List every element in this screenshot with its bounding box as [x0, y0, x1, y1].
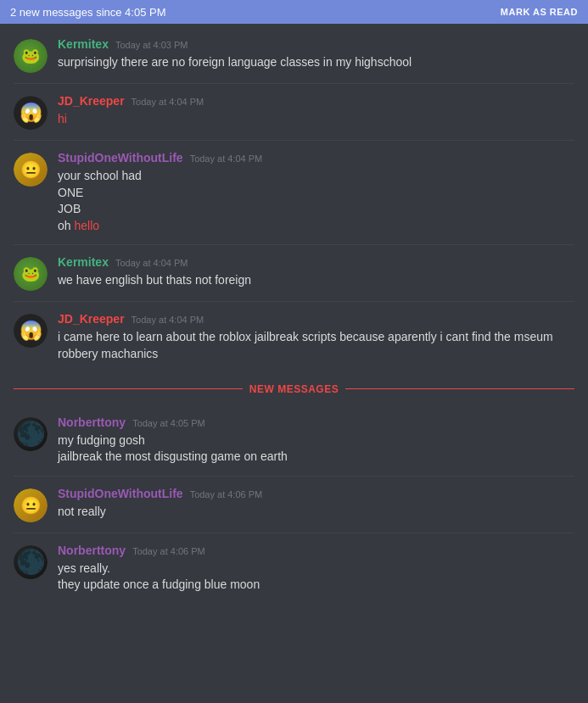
message-header: Norberttony Today at 4:06 PM	[58, 544, 574, 557]
message-group: 🌑 Norberttony Today at 4:05 PM my fudgin…	[0, 409, 588, 472]
notification-text: 2 new messages since 4:05 PM	[10, 6, 166, 19]
divider	[14, 476, 574, 477]
timestamp: Today at 4:04 PM	[115, 258, 188, 268]
messages-container: 🐸 Kermitex Today at 4:03 PM surprisingly…	[0, 24, 588, 609]
username: JD_Kreeper	[58, 312, 125, 326]
avatar: 😐	[14, 488, 48, 522]
avatar: 🌑	[14, 545, 48, 579]
red-text: hi	[58, 112, 67, 126]
mark-as-read-button[interactable]: MARK AS READ	[501, 7, 578, 17]
message-text: your school had ONE JOB oh hello	[58, 168, 574, 234]
message-text: not really	[58, 504, 574, 521]
username: JD_Kreeper	[58, 94, 125, 108]
avatar: 😱	[14, 314, 48, 348]
timestamp: Today at 4:04 PM	[190, 153, 263, 164]
message-group: 🐸 Kermitex Today at 4:03 PM surprisingly…	[0, 31, 588, 80]
message-text: surprisingly there are no foreign langua…	[58, 54, 574, 71]
message-group: 😐 StupidOneWithoutLife Today at 4:04 PM …	[0, 144, 588, 241]
divider	[14, 140, 574, 141]
timestamp: Today at 4:03 PM	[115, 40, 188, 50]
divider	[14, 244, 574, 245]
divider	[14, 301, 574, 302]
message-content: Kermitex Today at 4:03 PM surprisingly t…	[58, 37, 574, 73]
message-text: my fudging gosh jailbreak the most disgu…	[58, 432, 574, 466]
message-group: 🐸 Kermitex Today at 4:04 PM we have engl…	[0, 248, 588, 298]
message-header: JD_Kreeper Today at 4:04 PM	[58, 94, 574, 108]
username: Kermitex	[58, 255, 109, 269]
message-content: Norberttony Today at 4:06 PM yes really.…	[58, 544, 574, 594]
divider	[14, 533, 574, 533]
message-content: StupidOneWithoutLife Today at 4:04 PM yo…	[58, 151, 574, 234]
message-content: JD_Kreeper Today at 4:04 PM i came here …	[58, 312, 574, 362]
message-text: we have english but thats not foreign	[58, 272, 574, 289]
timestamp: Today at 4:06 PM	[132, 546, 205, 556]
avatar: 😱	[14, 96, 48, 130]
message-group: 😱 JD_Kreeper Today at 4:04 PM i came her…	[0, 305, 588, 369]
username: Norberttony	[58, 544, 126, 557]
red-text: hello	[74, 219, 99, 232]
timestamp: Today at 4:04 PM	[132, 97, 204, 107]
notification-bar: 2 new messages since 4:05 PM MARK AS REA…	[0, 0, 588, 24]
username: Kermitex	[58, 37, 109, 51]
message-header: Kermitex Today at 4:04 PM	[58, 255, 574, 269]
new-messages-label: NEW MESSAGES	[249, 383, 339, 395]
message-content: Kermitex Today at 4:04 PM we have englis…	[58, 255, 574, 291]
message-header: StupidOneWithoutLife Today at 4:04 PM	[58, 151, 574, 165]
message-group: 🌑 Norberttony Today at 4:06 PM yes reall…	[0, 537, 588, 600]
new-messages-divider: NEW MESSAGES	[0, 377, 588, 402]
timestamp: Today at 4:06 PM	[190, 489, 263, 499]
message-header: Norberttony Today at 4:05 PM	[58, 416, 574, 429]
username: Norberttony	[58, 416, 126, 429]
message-header: Kermitex Today at 4:03 PM	[58, 37, 574, 51]
username: StupidOneWithoutLife	[58, 487, 183, 500]
timestamp: Today at 4:05 PM	[132, 418, 205, 428]
timestamp: Today at 4:04 PM	[132, 315, 204, 325]
message-text: yes really. they update once a fudging b…	[58, 561, 574, 594]
message-header: StupidOneWithoutLife Today at 4:06 PM	[58, 487, 574, 500]
message-text: hi	[58, 111, 574, 128]
message-content: Norberttony Today at 4:05 PM my fudging …	[58, 416, 574, 466]
message-content: StupidOneWithoutLife Today at 4:06 PM no…	[58, 487, 574, 522]
avatar: 🐸	[14, 39, 48, 73]
message-group: 😐 StupidOneWithoutLife Today at 4:06 PM …	[0, 480, 588, 529]
avatar: 🐸	[14, 257, 48, 291]
avatar: 😐	[14, 153, 48, 187]
message-text: i came here to learn about the roblox ja…	[58, 329, 574, 362]
username: StupidOneWithoutLife	[58, 151, 183, 165]
message-header: JD_Kreeper Today at 4:04 PM	[58, 312, 574, 326]
divider	[14, 83, 574, 84]
message-content: JD_Kreeper Today at 4:04 PM hi	[58, 94, 574, 130]
message-group: 😱 JD_Kreeper Today at 4:04 PM hi	[0, 87, 588, 137]
avatar: 🌑	[14, 417, 48, 451]
